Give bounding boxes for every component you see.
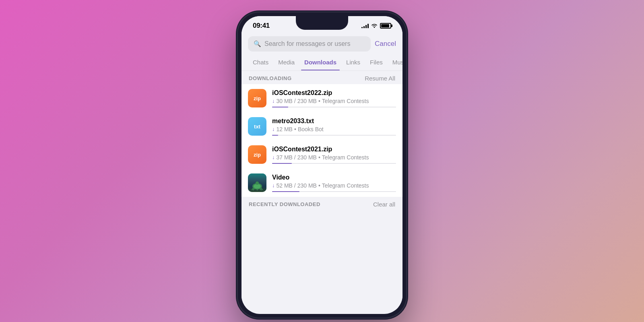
progress-bar-1 [272,107,396,107]
file-info-2: metro2033.txt ↓ 12 MB • Books Bot [272,118,396,136]
download-arrow-icon-1: ↓ [272,98,275,104]
tabs-container: Chats Media Downloads Links Files [242,55,402,71]
signal-bar-2 [363,26,365,28]
file-meta-1: ↓ 30 MB / 230 MB • Telegram Contests [272,98,396,104]
progress-bar-2 [272,135,396,136]
download-arrow-icon-4: ↓ [272,182,275,188]
tab-files[interactable]: Files [365,55,388,70]
download-item-2[interactable]: txt metro2033.txt ↓ 12 MB • Books Bot [242,112,402,140]
tab-downloads[interactable]: Downloads [299,55,341,70]
file-info-1: iOSContest2022.zip ↓ 30 MB / 230 MB • Te… [272,89,396,107]
progress-bar-4 [272,191,396,192]
file-icon-zip-1: zip [248,89,266,107]
signal-bars-icon [361,23,369,28]
download-item-3[interactable]: zip iOSContest2021.zip ↓ 37 MB / 230 MB … [242,140,402,169]
progress-fill-3 [272,163,292,164]
search-icon: 🔍 [254,40,261,47]
search-bar[interactable]: 🔍 Search for messages or users [248,36,371,52]
status-time: 09:41 [253,22,270,30]
download-item-4[interactable]: Video ↓ 52 MB / 230 MB • Telegram Contes… [242,169,402,197]
phone-screen: 09:41 [242,16,402,314]
progress-fill-1 [272,107,288,107]
video-thumbnail [248,173,266,192]
file-name-3: iOSContest2021.zip [272,146,396,153]
phone-wrapper: 09:41 [237,12,407,318]
battery-icon [380,23,391,29]
file-name-2: metro2033.txt [272,118,396,125]
signal-bar-1 [361,27,363,28]
file-name-4: Video [272,174,396,181]
progress-fill-2 [272,135,278,136]
file-name-1: iOSContest2022.zip [272,89,396,97]
clear-all-button[interactable]: Clear all [373,201,395,208]
file-info-3: iOSContest2021.zip ↓ 37 MB / 230 MB • Te… [272,146,396,164]
resume-all-button[interactable]: Resume All [365,75,395,82]
download-arrow-icon-2: ↓ [272,126,275,132]
file-meta-4: ↓ 52 MB / 230 MB • Telegram Contests [272,182,396,189]
download-arrow-icon-3: ↓ [272,154,275,160]
signal-bar-4 [367,24,369,28]
downloading-section-header: DOWNLOADING Resume All [242,71,402,84]
battery-fill [381,24,389,27]
wifi-icon [371,23,378,29]
tab-chats[interactable]: Chats [248,55,273,70]
search-placeholder-text: Search for messages or users [264,40,350,47]
screen-content: 🔍 Search for messages or users Cancel Ch… [242,32,402,310]
notch [296,16,348,30]
downloads-list: zip iOSContest2022.zip ↓ 30 MB / 230 MB … [242,84,402,197]
progress-fill-4 [272,191,299,192]
svg-point-2 [256,182,259,185]
file-icon-txt-2: txt [248,117,266,136]
phone-frame: 09:41 [237,12,407,318]
downloading-title: DOWNLOADING [249,75,292,81]
file-icon-video-4 [248,173,266,192]
tab-media[interactable]: Media [273,55,299,70]
recently-downloaded-title: RECENTLY DOWNLOADED [249,201,320,207]
file-meta-3: ↓ 37 MB / 230 MB • Telegram Contests [272,154,396,161]
svg-line-5 [253,189,254,190]
recently-downloaded-header: RECENTLY DOWNLOADED Clear all [242,197,402,210]
svg-line-6 [260,189,261,190]
cancel-button[interactable]: Cancel [375,40,396,48]
file-icon-zip-3: zip [248,145,266,164]
progress-bar-3 [272,163,396,164]
file-info-4: Video ↓ 52 MB / 230 MB • Telegram Contes… [272,174,396,192]
tab-links[interactable]: Links [341,55,365,70]
turtle-icon [250,179,265,190]
download-item-1[interactable]: zip iOSContest2022.zip ↓ 30 MB / 230 MB … [242,84,402,112]
signal-bar-3 [365,25,367,28]
search-container: 🔍 Search for messages or users Cancel [242,32,402,55]
tab-music[interactable]: Music [388,55,402,70]
file-meta-2: ↓ 12 MB • Books Bot [272,126,396,132]
status-icons [361,23,391,29]
